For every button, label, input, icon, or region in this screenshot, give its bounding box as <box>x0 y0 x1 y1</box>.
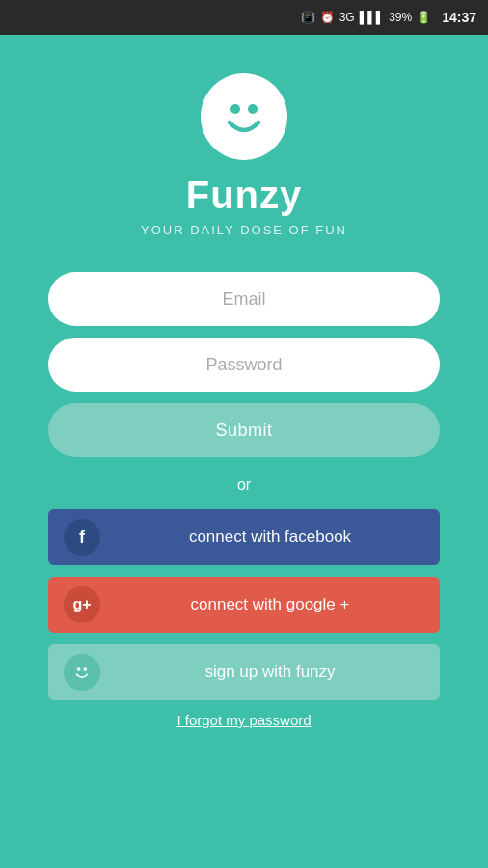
smiley-icon <box>215 88 273 146</box>
app-title: Funzy <box>186 174 303 217</box>
main-content: Funzy YOUR DAILY DOSE OF FUN Submit or f… <box>0 35 488 868</box>
facebook-button-label: connect with facebook <box>116 528 424 547</box>
status-icons: 📳 ⏰ 3G ▌▌▌ 39% 🔋 14:37 <box>301 10 476 25</box>
signal-icon: ▌▌▌ <box>360 11 385 24</box>
vibrate-icon: 📳 <box>301 11 315 24</box>
network-type: 3G <box>339 11 355 24</box>
svg-point-3 <box>83 667 87 671</box>
google-icon: g+ <box>64 586 100 623</box>
forgot-password-link[interactable]: I forgot my password <box>176 712 311 728</box>
funzy-signup-label: sign up with funzy <box>116 663 424 682</box>
logo-circle <box>201 73 287 160</box>
facebook-icon: f <box>64 519 100 556</box>
google-connect-button[interactable]: g+ connect with google + <box>48 577 440 633</box>
svg-point-0 <box>230 104 240 114</box>
status-bar: 📳 ⏰ 3G ▌▌▌ 39% 🔋 14:37 <box>0 0 488 35</box>
alarm-icon: ⏰ <box>320 11 335 24</box>
battery-icon: 🔋 <box>417 11 431 24</box>
email-field[interactable] <box>48 272 440 326</box>
google-button-label: connect with google + <box>116 595 424 614</box>
svg-point-2 <box>77 667 81 671</box>
password-field[interactable] <box>48 338 440 392</box>
battery-percent: 39% <box>389 11 412 24</box>
funzy-signup-button[interactable]: sign up with funzy <box>48 644 440 700</box>
funzy-signup-icon <box>64 654 100 691</box>
login-form: Submit or f connect with facebook g+ con… <box>48 272 440 700</box>
svg-point-1 <box>248 104 258 114</box>
facebook-connect-button[interactable]: f connect with facebook <box>48 509 440 565</box>
logo-container: Funzy YOUR DAILY DOSE OF FUN <box>141 73 347 237</box>
status-time: 14:37 <box>442 10 476 25</box>
or-divider: or <box>48 476 440 494</box>
submit-button[interactable]: Submit <box>48 403 440 457</box>
app-tagline: YOUR DAILY DOSE OF FUN <box>141 223 347 237</box>
